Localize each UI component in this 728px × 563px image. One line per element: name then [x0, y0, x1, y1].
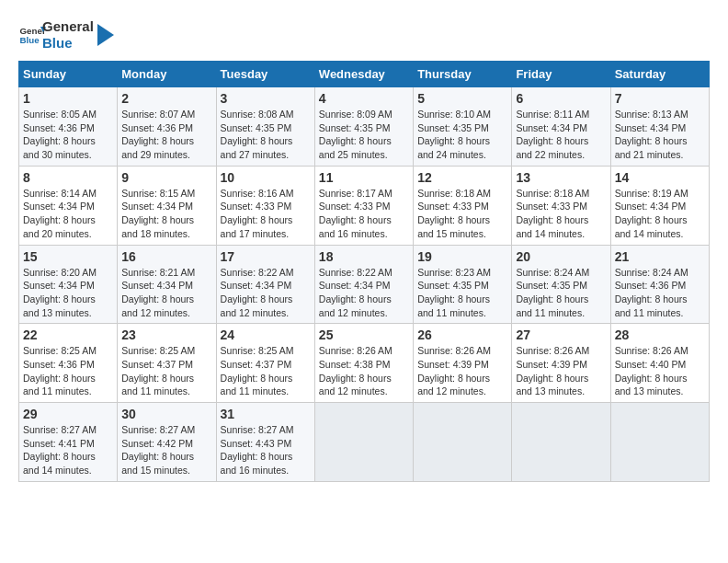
day-number: 9 [121, 170, 211, 185]
day-info: Sunrise: 8:16 AMSunset: 4:33 PMDaylight:… [221, 187, 311, 241]
day-number: 12 [417, 170, 507, 185]
page-header: General Blue General Blue [18, 18, 710, 52]
day-number: 25 [319, 327, 409, 342]
week-row: 15Sunrise: 8:20 AMSunset: 4:34 PMDayligh… [19, 245, 710, 324]
calendar-cell: 1Sunrise: 8:05 AMSunset: 4:36 PMDaylight… [19, 87, 118, 167]
calendar-cell: 28Sunrise: 8:26 AMSunset: 4:40 PMDayligh… [610, 324, 709, 403]
day-info: Sunrise: 8:20 AMSunset: 4:34 PMDaylight:… [23, 266, 113, 320]
col-thursday: Thursday [414, 62, 512, 87]
day-number: 6 [516, 91, 606, 106]
day-info: Sunrise: 8:25 AMSunset: 4:37 PMDaylight:… [221, 344, 311, 398]
day-number: 1 [23, 91, 113, 106]
calendar-cell: 2Sunrise: 8:07 AMSunset: 4:36 PMDaylight… [118, 87, 216, 167]
col-saturday: Saturday [610, 62, 709, 87]
day-number: 4 [319, 91, 409, 106]
day-info: Sunrise: 8:08 AMSunset: 4:35 PMDaylight:… [221, 108, 311, 162]
day-number: 26 [417, 327, 507, 342]
calendar-cell: 5Sunrise: 8:10 AMSunset: 4:35 PMDaylight… [414, 87, 512, 167]
day-info: Sunrise: 8:25 AMSunset: 4:36 PMDaylight:… [23, 344, 113, 398]
day-info: Sunrise: 8:17 AMSunset: 4:33 PMDaylight:… [319, 187, 409, 241]
calendar-cell: 7Sunrise: 8:13 AMSunset: 4:34 PMDaylight… [610, 87, 709, 167]
logo-blue: Blue [42, 35, 94, 52]
logo: General Blue General Blue [18, 18, 114, 52]
day-info: Sunrise: 8:13 AMSunset: 4:34 PMDaylight:… [615, 108, 705, 162]
day-number: 5 [417, 91, 507, 106]
calendar-cell: 21Sunrise: 8:24 AMSunset: 4:36 PMDayligh… [610, 245, 709, 324]
day-number: 30 [121, 407, 211, 421]
day-info: Sunrise: 8:26 AMSunset: 4:39 PMDaylight:… [417, 344, 507, 398]
day-number: 17 [221, 249, 311, 264]
calendar-cell: 10Sunrise: 8:16 AMSunset: 4:33 PMDayligh… [216, 166, 314, 245]
calendar-cell: 9Sunrise: 8:15 AMSunset: 4:34 PMDaylight… [118, 166, 216, 245]
day-info: Sunrise: 8:26 AMSunset: 4:38 PMDaylight:… [319, 344, 409, 398]
calendar-cell: 19Sunrise: 8:23 AMSunset: 4:35 PMDayligh… [414, 245, 512, 324]
day-number: 15 [23, 249, 113, 264]
day-info: Sunrise: 8:14 AMSunset: 4:34 PMDaylight:… [23, 187, 113, 241]
day-number: 21 [615, 249, 705, 264]
day-number: 18 [319, 249, 409, 264]
col-monday: Monday [118, 62, 216, 87]
calendar-cell: 26Sunrise: 8:26 AMSunset: 4:39 PMDayligh… [414, 324, 512, 403]
day-number: 2 [121, 91, 211, 106]
svg-marker-3 [97, 24, 114, 46]
day-number: 22 [23, 327, 113, 342]
calendar-cell: 31Sunrise: 8:27 AMSunset: 4:43 PMDayligh… [216, 403, 314, 482]
day-number: 16 [121, 249, 211, 264]
calendar-cell [314, 403, 413, 482]
week-row: 22Sunrise: 8:25 AMSunset: 4:36 PMDayligh… [19, 324, 710, 403]
day-number: 8 [23, 170, 113, 185]
col-sunday: Sunday [19, 62, 118, 87]
day-info: Sunrise: 8:07 AMSunset: 4:36 PMDaylight:… [121, 108, 211, 162]
calendar-cell: 29Sunrise: 8:27 AMSunset: 4:41 PMDayligh… [19, 403, 118, 482]
day-number: 24 [221, 327, 311, 342]
day-number: 13 [516, 170, 606, 185]
calendar-cell [512, 403, 610, 482]
calendar-cell: 30Sunrise: 8:27 AMSunset: 4:42 PMDayligh… [118, 403, 216, 482]
day-info: Sunrise: 8:05 AMSunset: 4:36 PMDaylight:… [23, 108, 113, 162]
day-number: 31 [221, 407, 311, 421]
day-info: Sunrise: 8:19 AMSunset: 4:34 PMDaylight:… [615, 187, 705, 241]
day-number: 28 [615, 327, 705, 342]
col-tuesday: Tuesday [216, 62, 314, 87]
calendar-cell: 8Sunrise: 8:14 AMSunset: 4:34 PMDaylight… [19, 166, 118, 245]
day-info: Sunrise: 8:26 AMSunset: 4:40 PMDaylight:… [615, 344, 705, 398]
calendar-cell: 22Sunrise: 8:25 AMSunset: 4:36 PMDayligh… [19, 324, 118, 403]
day-number: 11 [319, 170, 409, 185]
calendar-cell: 20Sunrise: 8:24 AMSunset: 4:35 PMDayligh… [512, 245, 610, 324]
calendar-cell: 6Sunrise: 8:11 AMSunset: 4:34 PMDaylight… [512, 87, 610, 167]
calendar-cell: 23Sunrise: 8:25 AMSunset: 4:37 PMDayligh… [118, 324, 216, 403]
day-info: Sunrise: 8:22 AMSunset: 4:34 PMDaylight:… [319, 266, 409, 320]
calendar-cell: 14Sunrise: 8:19 AMSunset: 4:34 PMDayligh… [610, 166, 709, 245]
day-info: Sunrise: 8:18 AMSunset: 4:33 PMDaylight:… [516, 187, 606, 241]
calendar-cell: 12Sunrise: 8:18 AMSunset: 4:33 PMDayligh… [414, 166, 512, 245]
day-info: Sunrise: 8:21 AMSunset: 4:34 PMDaylight:… [121, 266, 211, 320]
week-row: 8Sunrise: 8:14 AMSunset: 4:34 PMDaylight… [19, 166, 710, 245]
day-number: 7 [615, 91, 705, 106]
svg-text:Blue: Blue [20, 35, 40, 45]
day-info: Sunrise: 8:27 AMSunset: 4:42 PMDaylight:… [121, 423, 211, 477]
logo-arrow-icon [97, 24, 114, 46]
calendar-cell: 16Sunrise: 8:21 AMSunset: 4:34 PMDayligh… [118, 245, 216, 324]
calendar-cell: 18Sunrise: 8:22 AMSunset: 4:34 PMDayligh… [314, 245, 413, 324]
calendar-cell [610, 403, 709, 482]
calendar-cell: 11Sunrise: 8:17 AMSunset: 4:33 PMDayligh… [314, 166, 413, 245]
calendar-cell: 15Sunrise: 8:20 AMSunset: 4:34 PMDayligh… [19, 245, 118, 324]
day-number: 23 [121, 327, 211, 342]
day-info: Sunrise: 8:10 AMSunset: 4:35 PMDaylight:… [417, 108, 507, 162]
col-friday: Friday [512, 62, 610, 87]
day-number: 20 [516, 249, 606, 264]
week-row: 1Sunrise: 8:05 AMSunset: 4:36 PMDaylight… [19, 87, 710, 167]
calendar-table: Sunday Monday Tuesday Wednesday Thursday… [18, 61, 710, 482]
day-number: 3 [221, 91, 311, 106]
day-number: 29 [23, 407, 113, 421]
day-info: Sunrise: 8:27 AMSunset: 4:43 PMDaylight:… [221, 423, 311, 477]
calendar-cell: 24Sunrise: 8:25 AMSunset: 4:37 PMDayligh… [216, 324, 314, 403]
calendar-cell: 25Sunrise: 8:26 AMSunset: 4:38 PMDayligh… [314, 324, 413, 403]
day-info: Sunrise: 8:11 AMSunset: 4:34 PMDaylight:… [516, 108, 606, 162]
day-info: Sunrise: 8:23 AMSunset: 4:35 PMDaylight:… [417, 266, 507, 320]
day-info: Sunrise: 8:24 AMSunset: 4:35 PMDaylight:… [516, 266, 606, 320]
day-info: Sunrise: 8:27 AMSunset: 4:41 PMDaylight:… [23, 423, 113, 477]
day-number: 14 [615, 170, 705, 185]
calendar-cell: 13Sunrise: 8:18 AMSunset: 4:33 PMDayligh… [512, 166, 610, 245]
day-info: Sunrise: 8:25 AMSunset: 4:37 PMDaylight:… [121, 344, 211, 398]
